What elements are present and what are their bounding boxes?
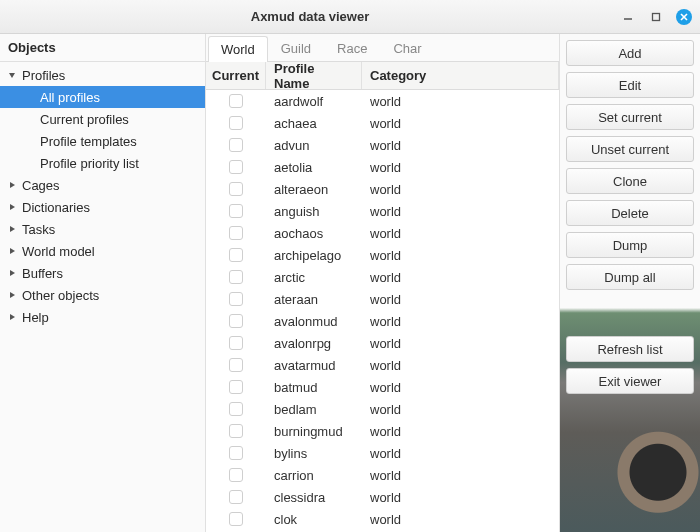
tree-item[interactable]: Help [0, 306, 205, 328]
refresh-list-button[interactable]: Refresh list [566, 336, 694, 362]
cell-category: world [362, 358, 559, 373]
table-row[interactable]: advunworld [206, 134, 559, 156]
tree-item[interactable]: Profiles [0, 64, 205, 86]
tree-item[interactable]: Tasks [0, 218, 205, 240]
tree-item[interactable]: Cages [0, 174, 205, 196]
maximize-button[interactable] [648, 9, 664, 25]
tab-guild[interactable]: Guild [268, 35, 324, 61]
checkbox[interactable] [229, 270, 243, 284]
cell-category: world [362, 512, 559, 527]
table-row[interactable]: aetoliaworld [206, 156, 559, 178]
table-row[interactable]: arcticworld [206, 266, 559, 288]
add-button[interactable]: Add [566, 40, 694, 66]
set-current-button[interactable]: Set current [566, 104, 694, 130]
dump-button[interactable]: Dump [566, 232, 694, 258]
sidebar: Objects ProfilesAll profilesCurrent prof… [0, 34, 206, 532]
chevron-down-icon[interactable] [6, 69, 18, 81]
maximize-icon [651, 12, 661, 22]
checkbox[interactable] [229, 336, 243, 350]
chevron-right-icon[interactable] [6, 179, 18, 191]
checkbox[interactable] [229, 402, 243, 416]
column-header-name[interactable]: Profile Name [266, 62, 362, 89]
tab-char[interactable]: Char [380, 35, 434, 61]
cell-profile-name: avalonrpg [266, 336, 362, 351]
cell-profile-name: carrion [266, 468, 362, 483]
chevron-right-icon[interactable] [6, 223, 18, 235]
table-row[interactable]: ateraanworld [206, 288, 559, 310]
tree-item[interactable]: Other objects [0, 284, 205, 306]
minimize-button[interactable] [620, 9, 636, 25]
checkbox[interactable] [229, 490, 243, 504]
table-row[interactable]: anguishworld [206, 200, 559, 222]
checkbox[interactable] [229, 94, 243, 108]
table-row[interactable]: avalonrpgworld [206, 332, 559, 354]
table-row[interactable]: bylinsworld [206, 442, 559, 464]
cell-category: world [362, 160, 559, 175]
checkbox[interactable] [229, 358, 243, 372]
table-row[interactable]: batmudworld [206, 376, 559, 398]
tree-item[interactable]: Buffers [0, 262, 205, 284]
checkbox[interactable] [229, 116, 243, 130]
table-header: Current Profile Name Category [206, 62, 559, 90]
table-row[interactable]: carrionworld [206, 464, 559, 486]
tree-item[interactable]: World model [0, 240, 205, 262]
tree: ProfilesAll profilesCurrent profilesProf… [0, 62, 205, 532]
table-row[interactable]: avalonmudworld [206, 310, 559, 332]
cell-current [206, 138, 266, 152]
tab-bar: WorldGuildRaceChar [206, 34, 559, 62]
checkbox[interactable] [229, 314, 243, 328]
chevron-right-icon[interactable] [6, 311, 18, 323]
checkbox[interactable] [229, 226, 243, 240]
clone-button[interactable]: Clone [566, 168, 694, 194]
checkbox[interactable] [229, 204, 243, 218]
checkbox[interactable] [229, 380, 243, 394]
edit-button[interactable]: Edit [566, 72, 694, 98]
tree-item[interactable]: Dictionaries [0, 196, 205, 218]
checkbox[interactable] [229, 248, 243, 262]
table-row[interactable]: clessidraworld [206, 486, 559, 508]
table-row[interactable]: achaeaworld [206, 112, 559, 134]
tree-subitem[interactable]: Profile priority list [0, 152, 205, 174]
table-row[interactable]: alteraeonworld [206, 178, 559, 200]
column-header-current[interactable]: Current [206, 62, 266, 89]
cell-profile-name: bylins [266, 446, 362, 461]
tree-subitem[interactable]: Current profiles [0, 108, 205, 130]
minimize-icon [623, 12, 633, 22]
table-row[interactable]: archipelagoworld [206, 244, 559, 266]
checkbox[interactable] [229, 160, 243, 174]
chevron-right-icon[interactable] [6, 289, 18, 301]
checkbox[interactable] [229, 512, 243, 526]
tree-subitem[interactable]: Profile templates [0, 130, 205, 152]
exit-viewer-button[interactable]: Exit viewer [566, 368, 694, 394]
cell-profile-name: bedlam [266, 402, 362, 417]
chevron-right-icon[interactable] [6, 267, 18, 279]
table-row[interactable]: aochaosworld [206, 222, 559, 244]
checkbox[interactable] [229, 292, 243, 306]
tree-subitem[interactable]: All profiles [0, 86, 205, 108]
tree-item-label: Other objects [22, 288, 99, 303]
checkbox[interactable] [229, 182, 243, 196]
close-button[interactable] [676, 9, 692, 25]
tree-subitem-label: Profile priority list [40, 156, 139, 171]
table-row[interactable]: bedlamworld [206, 398, 559, 420]
dump-all-button[interactable]: Dump all [566, 264, 694, 290]
delete-button[interactable]: Delete [566, 200, 694, 226]
cell-profile-name: aetolia [266, 160, 362, 175]
titlebar: Axmud data viewer [0, 0, 700, 34]
column-header-category[interactable]: Category [362, 62, 559, 89]
table-row[interactable]: aardwolfworld [206, 90, 559, 112]
table-row[interactable]: burningmudworld [206, 420, 559, 442]
table-row[interactable]: clokworld [206, 508, 559, 530]
checkbox[interactable] [229, 468, 243, 482]
checkbox[interactable] [229, 138, 243, 152]
tab-race[interactable]: Race [324, 35, 380, 61]
unset-current-button[interactable]: Unset current [566, 136, 694, 162]
chevron-right-icon[interactable] [6, 245, 18, 257]
tab-world[interactable]: World [208, 36, 268, 62]
chevron-right-icon[interactable] [6, 201, 18, 213]
checkbox[interactable] [229, 446, 243, 460]
table-body[interactable]: aardwolfworldachaeaworldadvunworldaetoli… [206, 90, 559, 532]
table-row[interactable]: avatarmudworld [206, 354, 559, 376]
cell-profile-name: clessidra [266, 490, 362, 505]
checkbox[interactable] [229, 424, 243, 438]
